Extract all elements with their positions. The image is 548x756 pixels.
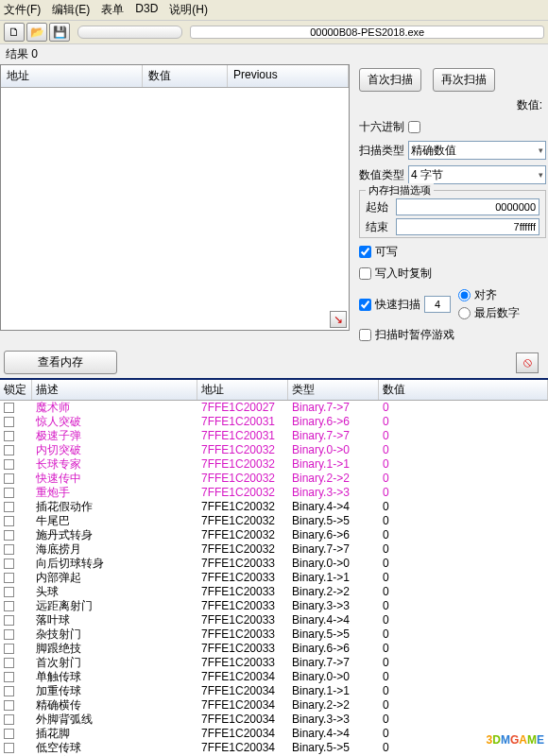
col-val[interactable]: 数值 — [379, 380, 548, 400]
pause-checkbox[interactable] — [359, 329, 371, 341]
writable-checkbox[interactable] — [359, 246, 371, 258]
row-desc: 施丹式转身 — [32, 528, 197, 542]
start-input[interactable] — [396, 198, 539, 215]
table-row[interactable]: 长球专家7FFE1C20032Binary.1->10 — [0, 457, 548, 472]
menu-d3d[interactable]: D3D — [135, 2, 158, 18]
results-list[interactable]: 地址 数值 Previous ↘ — [0, 64, 350, 331]
table-body[interactable]: 魔术师7FFE1C20027Binary.7->70惊人突破7FFE1C2003… — [0, 401, 548, 756]
table-row[interactable]: 内部弹起7FFE1C20033Binary.1->10 — [0, 571, 548, 585]
stop-button[interactable]: ⦸ — [516, 352, 539, 373]
row-type: Binary.6->6 — [288, 642, 379, 656]
lock-checkbox[interactable] — [4, 445, 14, 455]
stop-input[interactable] — [396, 218, 539, 235]
col-addr[interactable]: 地址 — [197, 380, 288, 400]
lock-checkbox[interactable] — [4, 658, 14, 668]
row-desc: 低空传球 — [32, 741, 197, 755]
lock-checkbox[interactable] — [4, 629, 14, 640]
table-row[interactable]: 惊人突破7FFE1C20031Binary.6->60 — [0, 415, 548, 429]
menu-file[interactable]: 文件(F) — [4, 2, 41, 18]
next-scan-button[interactable]: 再次扫描 — [433, 68, 495, 92]
value-type-combo[interactable]: 4 字节 — [408, 165, 546, 184]
table-row[interactable]: 杂技射门7FFE1C20033Binary.5->50 — [0, 627, 548, 642]
table-row[interactable]: 低空传球7FFE1C20034Binary.5->50 — [0, 741, 548, 755]
row-addr: 7FFE1C20033 — [197, 627, 288, 642]
lock-checkbox[interactable] — [4, 516, 14, 526]
lock-checkbox[interactable] — [4, 488, 14, 498]
col-desc[interactable]: 描述 — [32, 380, 197, 400]
fast-scan-label: 快速扫描 — [375, 297, 420, 313]
table-row[interactable]: 极速子弹7FFE1C20031Binary.7->70 — [0, 429, 548, 443]
lock-checkbox[interactable] — [4, 587, 14, 597]
row-addr: 7FFE1C20034 — [197, 741, 288, 755]
lock-checkbox[interactable] — [4, 573, 14, 583]
view-memory-button[interactable]: 查看内存 — [4, 351, 117, 374]
row-val: 0 — [379, 599, 548, 613]
fast-scan-checkbox[interactable] — [359, 299, 371, 311]
menu-form[interactable]: 表单 — [101, 2, 124, 18]
table-row[interactable]: 单触传球7FFE1C20034Binary.0->00 — [0, 670, 548, 684]
lock-checkbox[interactable] — [4, 686, 14, 696]
col-address[interactable]: 地址 — [1, 65, 143, 87]
lock-checkbox[interactable] — [4, 473, 14, 484]
table-row[interactable]: 落叶球7FFE1C20033Binary.4->40 — [0, 613, 548, 627]
table-row[interactable]: 脚跟绝技7FFE1C20033Binary.6->60 — [0, 642, 548, 656]
memory-scan-group: 内存扫描选项 起始 结束 — [359, 190, 546, 238]
col-type[interactable]: 类型 — [288, 380, 379, 400]
table-row[interactable]: 远距离射门7FFE1C20033Binary.3->30 — [0, 599, 548, 613]
lock-checkbox[interactable] — [4, 601, 14, 611]
lock-checkbox[interactable] — [4, 403, 14, 413]
hex-checkbox[interactable] — [408, 121, 420, 133]
progress-bar — [77, 26, 182, 39]
col-value[interactable]: 数值 — [143, 65, 228, 87]
lock-checkbox[interactable] — [4, 743, 14, 753]
lock-checkbox[interactable] — [4, 700, 14, 711]
arrow-button[interactable]: ↘ — [330, 311, 347, 328]
first-scan-button[interactable]: 首次扫描 — [359, 68, 421, 92]
table-row[interactable]: 魔术师7FFE1C20027Binary.7->70 — [0, 401, 548, 415]
table-row[interactable]: 牛尾巴7FFE1C20032Binary.5->50 — [0, 514, 548, 528]
lock-checkbox[interactable] — [4, 615, 14, 626]
cow-checkbox[interactable] — [359, 267, 371, 280]
menu-edit[interactable]: 编辑(E) — [52, 2, 90, 18]
col-lock[interactable]: 锁定 — [0, 380, 32, 400]
scan-type-combo[interactable]: 精确数值 — [408, 141, 546, 160]
row-val: 0 — [379, 585, 548, 599]
table-row[interactable]: 精确横传7FFE1C20034Binary.2->20 — [0, 698, 548, 713]
align-radio[interactable] — [458, 289, 471, 301]
menu-help[interactable]: 说明(H) — [169, 2, 208, 18]
lock-checkbox[interactable] — [4, 459, 14, 470]
lock-checkbox[interactable] — [4, 714, 14, 725]
table-row[interactable]: 施丹式转身7FFE1C20032Binary.6->60 — [0, 528, 548, 542]
process-name: 00000B08-PES2018.exe — [190, 26, 544, 39]
row-val: 0 — [379, 429, 548, 443]
table-row[interactable]: 插花假动作7FFE1C20032Binary.4->40 — [0, 500, 548, 514]
table-row[interactable]: 重炮手7FFE1C20032Binary.3->30 — [0, 486, 548, 500]
table-row[interactable]: 海底捞月7FFE1C20032Binary.7->70 — [0, 542, 548, 557]
new-button[interactable]: 🗋 — [4, 23, 25, 42]
table-row[interactable]: 内切突破7FFE1C20032Binary.0->00 — [0, 443, 548, 457]
lock-checkbox[interactable] — [4, 729, 14, 739]
lock-checkbox[interactable] — [4, 544, 14, 555]
table-row[interactable]: 加重传球7FFE1C20034Binary.1->10 — [0, 684, 548, 698]
save-button[interactable]: 💾 — [49, 23, 70, 42]
lock-checkbox[interactable] — [4, 644, 14, 654]
row-val: 0 — [379, 514, 548, 528]
lock-checkbox[interactable] — [4, 502, 14, 512]
lock-checkbox[interactable] — [4, 558, 14, 569]
fast-scan-input[interactable] — [424, 296, 451, 313]
lock-checkbox[interactable] — [4, 431, 14, 441]
open-button[interactable]: 📂 — [26, 23, 47, 42]
lock-checkbox[interactable] — [4, 530, 14, 541]
table-row[interactable]: 外脚背弧线7FFE1C20034Binary.3->30 — [0, 713, 548, 727]
lock-checkbox[interactable] — [4, 672, 14, 682]
lock-checkbox[interactable] — [4, 417, 14, 427]
results-header: 地址 数值 Previous — [1, 65, 349, 88]
table-row[interactable]: 向后切球转身7FFE1C20033Binary.0->00 — [0, 557, 548, 571]
col-prev[interactable]: Previous — [228, 65, 349, 87]
table-row[interactable]: 快速传中7FFE1C20032Binary.2->20 — [0, 472, 548, 486]
table-row[interactable]: 插花脚7FFE1C20034Binary.4->40 — [0, 727, 548, 741]
table-row[interactable]: 首次射门7FFE1C20033Binary.7->70 — [0, 656, 548, 670]
row-addr: 7FFE1C20032 — [197, 514, 288, 528]
last-digits-radio[interactable] — [458, 307, 471, 319]
table-row[interactable]: 头球7FFE1C20033Binary.2->20 — [0, 585, 548, 599]
